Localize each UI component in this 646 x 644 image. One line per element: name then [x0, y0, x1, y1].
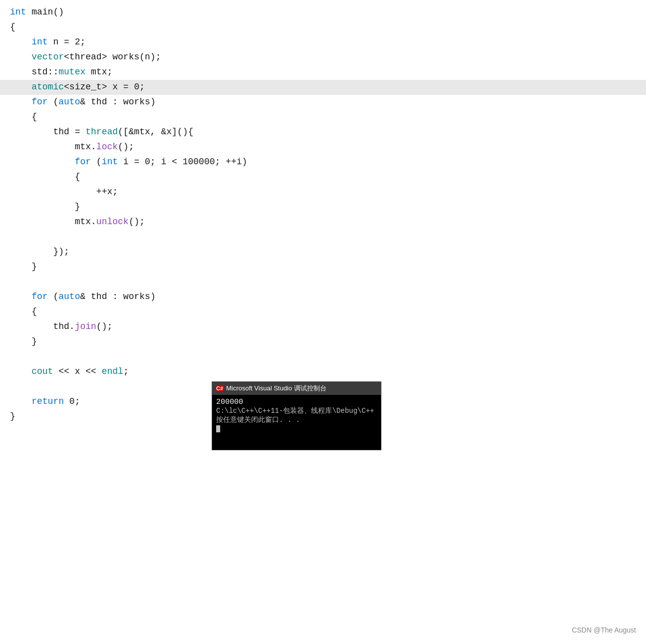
terminal-window[interactable]: C# Microsoft Visual Studio 调试控制台 200000 …: [212, 381, 381, 450]
terminal-body: 200000 C:\lc\C++\C++11-包装器、线程库\Debug\C++…: [212, 395, 381, 450]
code-line: std::mutex mtx;: [0, 65, 646, 80]
terminal-title: Microsoft Visual Studio 调试控制台: [226, 384, 326, 393]
terminal-cursor-line: [216, 424, 377, 432]
code-line: cout << x << endl;: [0, 364, 646, 379]
code-line: thd = thread([&mtx, &x](){: [0, 125, 646, 140]
code-line: {: [0, 20, 646, 35]
terminal-output: 200000: [216, 398, 377, 406]
code-line: for (int i = 0; i < 100000; ++i): [0, 155, 646, 170]
code-line: vector<thread> works(n);: [0, 50, 646, 65]
terminal-path: C:\lc\C++\C++11-包装器、线程库\Debug\C++: [216, 406, 377, 415]
code-line: [0, 230, 646, 245]
code-editor: int main(){ int n = 2; vector<thread> wo…: [0, 0, 646, 429]
terminal-cursor: [216, 425, 220, 432]
code-line: [0, 275, 646, 290]
code-line: {: [0, 110, 646, 125]
code-line: atomic<size_t> x = 0;: [0, 80, 646, 95]
code-line: });: [0, 245, 646, 260]
code-line: ++x;: [0, 185, 646, 200]
code-line: for (auto& thd : works): [0, 290, 646, 305]
code-line: }: [0, 260, 646, 275]
code-line: thd.join();: [0, 320, 646, 334]
watermark: CSDN @The August: [572, 626, 636, 634]
code-line: for (auto& thd : works): [0, 95, 646, 110]
code-line: int n = 2;: [0, 35, 646, 50]
code-line: [0, 349, 646, 364]
vs-icon: C#: [216, 385, 223, 392]
code-line: mtx.unlock();: [0, 215, 646, 230]
code-line: {: [0, 305, 646, 320]
code-line: }: [0, 200, 646, 215]
code-line: mtx.lock();: [0, 140, 646, 155]
code-line: int main(): [0, 5, 646, 20]
code-line: }: [0, 334, 646, 349]
terminal-titlebar: C# Microsoft Visual Studio 调试控制台: [212, 382, 381, 395]
code-line: {: [0, 170, 646, 185]
terminal-prompt: 按任意键关闭此窗口. . .: [216, 415, 377, 424]
